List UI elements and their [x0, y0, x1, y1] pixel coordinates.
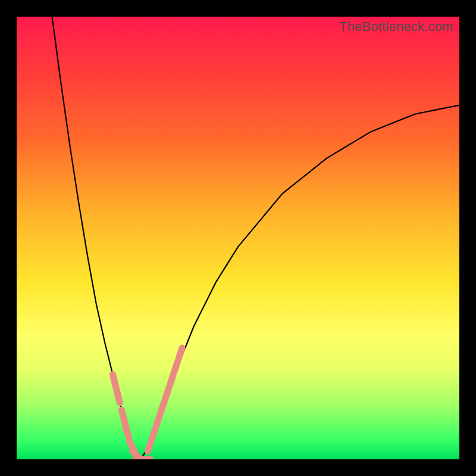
curve-marker: [178, 348, 182, 358]
curve-marker: [156, 415, 160, 425]
curve-path: [52, 17, 460, 459]
markers-right: [148, 348, 182, 451]
curve-marker: [148, 441, 151, 451]
curve-marker: [174, 361, 178, 371]
curve-marker: [165, 388, 169, 398]
outer-frame: TheBottleneck.com: [0, 0, 476, 476]
plot-area: TheBottleneck.com: [17, 17, 459, 459]
curve-marker: [126, 428, 129, 438]
curve-marker: [152, 428, 156, 438]
curve-marker: [170, 375, 174, 385]
bottleneck-curve: [17, 17, 459, 459]
curve-marker: [161, 401, 165, 411]
markers-left: [113, 374, 151, 459]
curve-marker: [117, 392, 120, 403]
